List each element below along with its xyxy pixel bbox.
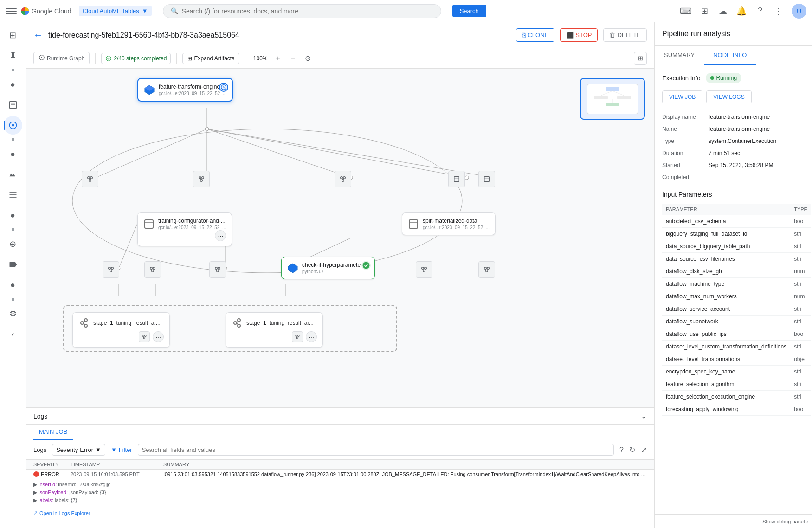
sidebar-item-prediction[interactable]: [4, 165, 22, 184]
node-more-button[interactable]: ···: [215, 230, 226, 241]
svg-point-77: [423, 270, 425, 272]
clone-button[interactable]: ⎘ CLONE: [516, 28, 554, 42]
main-layout: ⊞ ● ● ● ⊕ ● ⚙ ‹ ←: [0, 22, 812, 528]
tab-node-info[interactable]: NODE INFO: [704, 46, 756, 65]
view-job-button[interactable]: VIEW JOB: [662, 90, 702, 103]
help-icon[interactable]: ?: [754, 6, 766, 17]
connector-node-stage-1[interactable]: [103, 261, 119, 278]
sidebar-item-labeling[interactable]: [4, 255, 22, 274]
sidebar-item-experiments[interactable]: [4, 46, 22, 65]
filter-button[interactable]: ▼ Filter: [111, 446, 132, 453]
show-debug-panel-button[interactable]: Show debug panel ›: [762, 519, 808, 524]
stop-button[interactable]: ⬛ STOP: [560, 28, 598, 42]
zoom-out-button[interactable]: −: [286, 52, 299, 65]
svg-rect-50: [454, 177, 459, 182]
pipeline-minimap[interactable]: [580, 78, 645, 120]
sidebar-item-data[interactable]: ●: [4, 75, 22, 94]
open-new-tab-icon[interactable]: ⤢: [641, 445, 647, 454]
connector-node-stage-3[interactable]: [209, 261, 226, 278]
zoom-in-button[interactable]: +: [271, 52, 284, 65]
svg-point-86: [84, 319, 87, 322]
svg-point-95: [238, 324, 240, 327]
canvas-logs-split: feature-transform-engine gcr.io/...e:202…: [26, 69, 654, 528]
connector-node-5[interactable]: [478, 171, 495, 187]
param-row-0: autodetect_csv_schema boo: [662, 215, 811, 228]
svg-line-74: [218, 269, 219, 270]
sidebar-item-batch[interactable]: [4, 186, 22, 204]
connector-node-2[interactable]: [193, 171, 210, 187]
sidebar-item-settings[interactable]: ⚙: [4, 304, 22, 323]
refresh-logs-icon[interactable]: ↻: [629, 445, 635, 454]
tab-main-job[interactable]: MAIN JOB: [33, 425, 73, 440]
hamburger-menu[interactable]: [6, 6, 17, 17]
node-split-materialized[interactable]: split-materialized-data gcr.io/...r:2023…: [402, 212, 496, 235]
logs-search-input[interactable]: [138, 444, 614, 456]
runtime-graph-button[interactable]: Runtime Graph: [33, 52, 90, 64]
zoom-reset-button[interactable]: ⊙: [301, 52, 314, 65]
param-name-14: feature_selection_execution_engine: [662, 391, 790, 403]
sidebar-item-home[interactable]: ⊞: [4, 26, 22, 45]
node-stage1-tuning-2[interactable]: stage_1_tuning_result_ar... ···: [226, 312, 323, 348]
cloud-shell-icon[interactable]: ☁: [717, 6, 728, 17]
param-type-13: stri: [790, 378, 811, 391]
user-avatar[interactable]: U: [792, 4, 806, 19]
delete-button[interactable]: 🗑 DELETE: [603, 28, 647, 42]
severity-filter[interactable]: Severity Error ▼: [52, 444, 105, 456]
param-row-14: feature_selection_execution_engine stri: [662, 391, 811, 403]
sidebar-item-notebooks[interactable]: [4, 96, 22, 114]
col-summary: SUMMARY: [163, 462, 647, 467]
pipeline-canvas[interactable]: feature-transform-engine gcr.io/...e:202…: [26, 69, 654, 407]
sidebar-item-training[interactable]: ●: [4, 145, 22, 163]
stage-1-more-btn[interactable]: ···: [153, 331, 164, 342]
apps-grid-icon[interactable]: ⊞: [699, 6, 710, 17]
terminal-icon[interactable]: ⌨: [680, 6, 691, 17]
expand-artifacts-button[interactable]: ⊞ Expand Artifacts: [182, 53, 239, 64]
back-button[interactable]: ←: [33, 30, 43, 40]
sidebar-item-endpoints[interactable]: ●: [4, 206, 22, 225]
search-input[interactable]: [182, 7, 433, 15]
svg-point-46: [343, 177, 346, 179]
sidebar-item-collapse[interactable]: ‹: [4, 325, 22, 343]
content-area: ← tide-forecasting-5feb1291-6560-4bf3-bb…: [26, 22, 654, 528]
connector-node-1[interactable]: [82, 171, 98, 187]
stage-2-more-btn[interactable]: ···: [306, 331, 317, 342]
info-row-display-name: Display name feature-transform-engine: [662, 111, 805, 123]
help-circle-icon[interactable]: ?: [619, 446, 624, 454]
collapse-logs-button[interactable]: ⌄: [641, 412, 647, 420]
log-detail-json-payload[interactable]: ▶ jsonPayload: jsonPayload: {3}: [33, 489, 647, 496]
sidebar-item-monitoring[interactable]: ●: [4, 276, 22, 294]
svg-rect-105: [617, 96, 631, 99]
svg-point-60: [109, 267, 111, 270]
sidebar-item-feature-store[interactable]: ⊕: [4, 235, 22, 253]
connector-node-stage-4[interactable]: [416, 261, 432, 278]
stage-inner-connector-1[interactable]: [139, 331, 150, 342]
sidebar-item-pipelines[interactable]: [4, 116, 22, 135]
node-stage1-tuning-1[interactable]: stage_1_tuning_result_ar... ···: [72, 312, 170, 348]
log-detail-insert-id[interactable]: ▶ insertId: insertId: "2s08khf6zgjjg": [33, 481, 647, 489]
tab-summary[interactable]: SUMMARY: [655, 46, 704, 65]
node-training-configurator[interactable]: training-configurator-and-... gcr.io/...…: [137, 212, 232, 246]
more-options-icon[interactable]: ⋮: [773, 6, 784, 17]
info-row-completed: Completed: [662, 171, 805, 183]
connector-node-3[interactable]: [335, 171, 351, 187]
node-check-hyperparameter[interactable]: check-if-hyperparameter-... python:3.7: [281, 257, 375, 279]
node-feature-transform-engine[interactable]: feature-transform-engine gcr.io/...e:202…: [137, 78, 233, 102]
open-logs-explorer-link[interactable]: ↗ Open in Logs Explorer: [26, 508, 654, 518]
svg-rect-101: [606, 87, 619, 91]
log-detail-labels[interactable]: ▶ labels: labels: {7}: [33, 496, 647, 504]
view-logs-button[interactable]: VIEW LOGS: [706, 90, 751, 103]
grid-toggle-button[interactable]: ⊞: [634, 52, 647, 65]
product-selector[interactable]: Cloud AutoML Tables ▼: [79, 6, 152, 16]
info-row-started: Started Sep 15, 2023, 3:56:28 PM: [662, 159, 805, 171]
notification-icon[interactable]: 🔔: [736, 6, 747, 17]
node-stage-icon-2: [232, 317, 243, 328]
right-panel: Pipeline run analysis SUMMARY NODE INFO …: [654, 22, 812, 528]
search-button[interactable]: Search: [452, 5, 486, 17]
connector-node-stage-5[interactable]: [478, 261, 495, 278]
log-row-main-0[interactable]: ERROR 2023-09-15 16:01:03.595 PDT I0915 …: [26, 470, 654, 479]
connector-node-4[interactable]: [448, 171, 465, 187]
connector-node-stage-2[interactable]: [144, 261, 161, 278]
stage-inner-connector-2[interactable]: [292, 331, 303, 342]
param-type-15: boo: [790, 403, 811, 416]
svg-point-28: [465, 176, 469, 180]
